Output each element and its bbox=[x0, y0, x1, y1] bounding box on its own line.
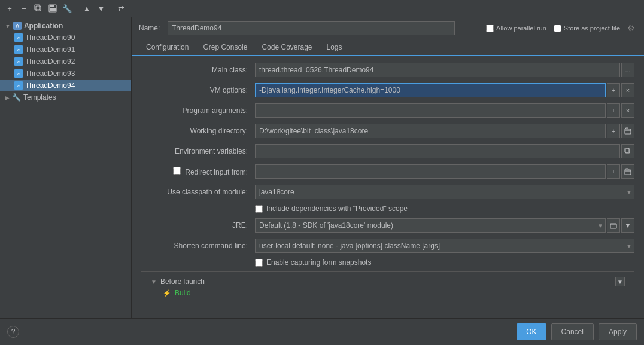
scroll-down-icon[interactable]: ▼ bbox=[615, 277, 625, 286]
svg-rect-1 bbox=[35, 5, 40, 10]
jre-select-wrap: Default (1.8 - SDK of 'java18core' modul… bbox=[255, 218, 606, 233]
expand-arrow: ▼ bbox=[5, 23, 11, 29]
sidebar-application-group[interactable]: ▼ A Application bbox=[0, 20, 131, 32]
shorten-cmd-select[interactable]: user-local default: none - java [options… bbox=[255, 239, 634, 253]
sidebar-item-label: ThreadDemo91 bbox=[25, 45, 75, 54]
env-copy-button[interactable] bbox=[621, 144, 634, 158]
sidebar-item-label: ThreadDemo93 bbox=[25, 69, 75, 78]
tab-configuration[interactable]: Configuration bbox=[139, 39, 196, 56]
settings-button[interactable]: 🔧 bbox=[61, 2, 73, 14]
allow-parallel-run-checkbox[interactable] bbox=[486, 25, 494, 32]
sidebar-item-label: ThreadDemo92 bbox=[25, 57, 75, 66]
classpath-row: Use classpath of module: java18core ▼ bbox=[141, 184, 634, 200]
save-button[interactable] bbox=[47, 2, 59, 14]
ok-button[interactable]: OK bbox=[517, 323, 546, 340]
tab-code-coverage[interactable]: Code Coverage bbox=[254, 39, 319, 56]
vm-options-row: VM options: + × bbox=[141, 83, 634, 98]
name-row: Name: Allow parallel run Store as projec… bbox=[132, 17, 644, 39]
class-icon: c bbox=[14, 33, 23, 42]
remove-button[interactable]: − bbox=[18, 2, 30, 14]
prog-collapse-button[interactable]: × bbox=[621, 103, 634, 118]
main-class-input[interactable] bbox=[255, 63, 620, 77]
redirect-browse-button[interactable] bbox=[621, 164, 634, 179]
env-vars-input[interactable] bbox=[255, 144, 620, 158]
cancel-button[interactable]: Cancel bbox=[551, 323, 594, 340]
before-launch-label: Before launch bbox=[160, 277, 205, 286]
build-label: Build bbox=[175, 289, 191, 297]
class-icon: c bbox=[14, 81, 23, 90]
help-button[interactable]: ? bbox=[7, 326, 19, 338]
store-as-project-file-checkbox[interactable] bbox=[554, 25, 561, 32]
sidebar-item-templates[interactable]: ▶ 🔧 Templates bbox=[0, 91, 131, 103]
templates-arrow: ▶ bbox=[5, 94, 10, 101]
program-args-input[interactable] bbox=[255, 103, 606, 118]
tab-logs[interactable]: Logs bbox=[320, 39, 350, 56]
redirect-checkbox[interactable] bbox=[173, 167, 181, 175]
include-deps-checkbox[interactable] bbox=[255, 205, 263, 213]
separator2 bbox=[111, 4, 111, 13]
include-deps-label: Include dependencies with "Provided" sco… bbox=[266, 204, 408, 213]
redirect-input[interactable] bbox=[255, 164, 606, 179]
env-vars-row: Environment variables: bbox=[141, 144, 634, 159]
vm-expand-button[interactable]: + bbox=[607, 83, 620, 97]
svg-rect-4 bbox=[50, 8, 56, 11]
sidebar-item-label: ThreadDemo90 bbox=[25, 33, 75, 42]
redirect-expand-button[interactable]: + bbox=[607, 164, 620, 179]
config-panel: Main class: ... VM options: + × Program … bbox=[132, 56, 644, 318]
include-deps-row: Include dependencies with "Provided" sco… bbox=[141, 204, 634, 213]
class-icon: c bbox=[14, 57, 23, 66]
svg-rect-9 bbox=[610, 224, 616, 228]
apply-button[interactable]: Apply bbox=[599, 323, 637, 340]
copy-button[interactable] bbox=[32, 2, 44, 14]
jre-row: JRE: Default (1.8 - SDK of 'java18core' … bbox=[141, 218, 634, 233]
sidebar-item-label: ThreadDemo94 bbox=[25, 81, 75, 90]
program-args-label: Program arguments: bbox=[141, 106, 255, 115]
gear-icon[interactable]: ⚙ bbox=[627, 23, 637, 33]
vm-options-input[interactable] bbox=[255, 83, 606, 97]
main-class-browse-button[interactable]: ... bbox=[621, 63, 634, 77]
name-input[interactable] bbox=[168, 21, 455, 35]
prog-expand-button[interactable]: + bbox=[607, 103, 620, 118]
workdir-browse-button[interactable] bbox=[621, 124, 634, 138]
sort-button[interactable]: ⇄ bbox=[115, 2, 127, 14]
env-vars-input-group bbox=[255, 144, 634, 158]
move-up-button[interactable]: ▲ bbox=[81, 2, 93, 14]
store-as-project-file-label: Store as project file bbox=[564, 25, 620, 32]
before-launch-scroll-btn[interactable]: ▼ bbox=[615, 277, 625, 286]
sidebar-item-threaddemo91[interactable]: c ThreadDemo91 bbox=[0, 44, 131, 56]
tabs-bar: Configuration Grep Console Code Coverage… bbox=[132, 39, 644, 56]
shorten-cmd-row: Shorten command line: user-local default… bbox=[141, 238, 634, 254]
sidebar-item-threaddemo90[interactable]: c ThreadDemo90 bbox=[0, 32, 131, 44]
classpath-select-wrap: java18core ▼ bbox=[255, 185, 634, 199]
classpath-select[interactable]: java18core bbox=[255, 185, 634, 199]
separator bbox=[77, 4, 77, 13]
redirect-label: Redirect input from: bbox=[141, 167, 255, 176]
jre-dropdown-button[interactable]: ▼ bbox=[621, 218, 634, 233]
jre-select[interactable]: Default (1.8 - SDK of 'java18core' modul… bbox=[255, 218, 606, 233]
sidebar-item-threaddemo92[interactable]: c ThreadDemo92 bbox=[0, 56, 131, 68]
enable-snapshots-checkbox[interactable] bbox=[255, 259, 263, 267]
vm-options-input-group: + × bbox=[255, 83, 634, 97]
before-launch-header[interactable]: ▼ Before launch ▼ bbox=[151, 277, 625, 286]
add-button[interactable]: + bbox=[4, 2, 16, 14]
sidebar-item-threaddemo94[interactable]: c ThreadDemo94 bbox=[0, 80, 131, 91]
wrench-icon: 🔧 bbox=[12, 93, 21, 102]
sidebar-item-threaddemo93[interactable]: c ThreadDemo93 bbox=[0, 68, 131, 80]
jre-label: JRE: bbox=[141, 221, 255, 230]
workdir-expand-button[interactable]: + bbox=[607, 124, 620, 138]
vm-collapse-button[interactable]: × bbox=[621, 83, 634, 97]
program-args-input-group: + × bbox=[255, 103, 634, 118]
name-label: Name: bbox=[139, 24, 163, 32]
move-down-button[interactable]: ▼ bbox=[95, 2, 107, 14]
classpath-label: Use classpath of module: bbox=[141, 188, 255, 196]
vm-options-label: VM options: bbox=[141, 86, 255, 94]
class-icon: c bbox=[14, 45, 23, 54]
tab-grep-console[interactable]: Grep Console bbox=[196, 39, 254, 56]
svg-rect-3 bbox=[50, 5, 54, 7]
shorten-cmd-label: Shorten command line: bbox=[141, 242, 255, 250]
application-icon: A bbox=[13, 22, 22, 30]
sidebar: ▼ A Application c ThreadDemo90 c ThreadD… bbox=[0, 17, 132, 318]
jre-browse-button[interactable] bbox=[607, 218, 620, 233]
working-dir-input[interactable] bbox=[255, 124, 606, 138]
main-class-row: Main class: ... bbox=[141, 62, 634, 78]
